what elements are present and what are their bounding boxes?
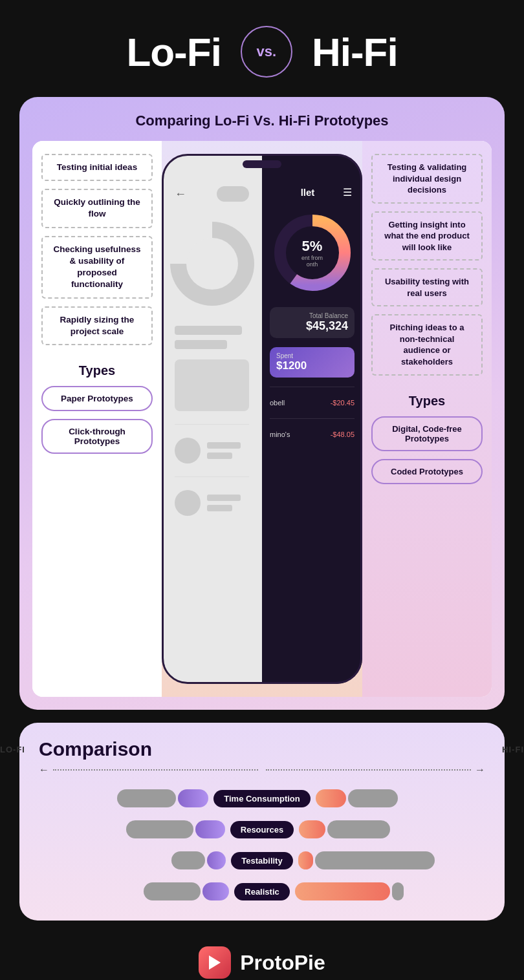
lofi-nav: ← — [168, 186, 256, 202]
comp-bar-right-orange-2 — [298, 851, 313, 869]
lofi-card-1 — [175, 359, 249, 411]
main-card: Comparing Lo-Fi Vs. Hi-Fi Prototypes Tes… — [19, 97, 505, 710]
header: Lo-Fi vs. Hi-Fi — [0, 0, 524, 97]
comp-arrows-row: ← → — [39, 764, 485, 776]
lofi-list-item-2 — [168, 490, 256, 516]
comp-bar-right-gray-1 — [327, 820, 391, 838]
lofi-line-4 — [207, 505, 232, 511]
hifi-txn-2: mino's -$48.05 — [270, 428, 355, 441]
hifi-txn-divider-1 — [270, 387, 355, 387]
comp-bar-left-2 — [39, 851, 231, 869]
comparison-title: Comparison — [39, 738, 152, 760]
comp-bar-label-1: Resources — [230, 821, 294, 838]
right-types-label: Types — [371, 394, 483, 409]
comp-bar-left-1 — [39, 820, 230, 838]
lofi-bar-1 — [175, 326, 242, 335]
comp-bar-left-gray-3 — [144, 882, 201, 900]
right-use-4: Pitching ideas to a non-technical audien… — [371, 314, 483, 375]
lofi-text-1 — [207, 442, 249, 459]
comp-bar-left-purple-1 — [195, 820, 225, 838]
hifi-txn-1-name: obell — [270, 399, 285, 407]
comp-bar-left-gray-1 — [126, 820, 193, 838]
center-phone-area: ← — [162, 141, 362, 697]
comp-bar-label-2: Testability — [231, 852, 292, 869]
phone-mockup: ← — [162, 154, 362, 684]
comp-bar-left-purple-0 — [178, 789, 209, 807]
hifi-sub-text: ent fromonth — [301, 255, 323, 268]
comp-bar-right-0 — [311, 789, 485, 807]
lofi-donut-inner — [186, 238, 238, 290]
comp-bar-row-2: Testability — [39, 849, 485, 871]
hifi-nav: llet ☰ — [270, 186, 355, 198]
lofi-donut-area — [168, 212, 256, 315]
comp-bar-left-purple-3 — [202, 882, 229, 900]
phone-lofi-half: ← — [162, 154, 262, 684]
lofi-avatar-2 — [175, 490, 201, 516]
lofi-divider-1 — [175, 424, 249, 425]
arrow-left-icon: ← — [39, 764, 49, 776]
comp-bar-right-1 — [294, 820, 485, 838]
comp-bar-left-gray-0 — [117, 789, 175, 807]
hifi-donut-area: 5% ent fromonth — [270, 208, 355, 298]
footer-logo — [199, 946, 231, 979]
left-type-1: Paper Prototypes — [41, 386, 153, 411]
comp-lofi-label: LO-FI — [0, 745, 25, 754]
phone-hifi-half: llet ☰ — [262, 154, 362, 684]
hifi-txn-1: obell -$20.45 — [270, 396, 355, 409]
lofi-toggle — [217, 186, 249, 202]
comp-bar-left-purple-2 — [207, 851, 226, 869]
footer-brand-name: ProtoPie — [240, 951, 325, 975]
comp-hifi-label: HI-FI — [502, 745, 524, 754]
comparison-bars: Time ConsumptionResourcesTestabilityReal… — [39, 787, 485, 902]
hifi-txn-2-amount: -$48.05 — [331, 431, 355, 438]
left-column: Testing initial ideas Quickly outlining … — [32, 141, 162, 697]
dotted-line-left — [53, 769, 258, 771]
comp-bar-right-gray-0 — [348, 789, 397, 807]
hifi-spent-card: Spent $1200 — [270, 347, 355, 378]
lofi-line-3 — [207, 495, 241, 501]
comp-bar-label-0: Time Consumption — [213, 790, 310, 807]
hifi-percent: 5% — [301, 238, 323, 255]
lofi-bars — [168, 326, 256, 349]
left-use-1: Testing initial ideas — [41, 154, 153, 181]
comp-bar-right-3 — [290, 882, 485, 900]
right-use-1: Testing & validating individual design d… — [371, 154, 483, 204]
hifi-balance-amount: $45,324 — [276, 319, 348, 333]
right-type-1: Digital, Code-free Prototypes — [371, 416, 483, 451]
right-use-2: Getting insight into what the end produc… — [371, 211, 483, 261]
hifi-spent-amount: $1200 — [276, 359, 348, 372]
hifi-balance-card: Total Balance $45,324 — [270, 307, 355, 338]
lofi-back-icon: ← — [175, 187, 186, 201]
right-use-3: Usability testing with real users — [371, 268, 483, 306]
comp-bar-row-1: Resources — [39, 818, 485, 840]
hifi-nav-title: llet — [301, 187, 315, 198]
comp-bar-right-gray-2 — [315, 851, 435, 869]
comp-bar-right-orange-1 — [299, 820, 325, 838]
left-type-2: Click-through Prototypes — [41, 419, 153, 454]
comp-bar-left-3 — [39, 882, 234, 900]
hifi-spent-label: Spent — [276, 352, 348, 359]
comp-bar-row-3: Realistic — [39, 880, 485, 902]
comp-bar-right-2 — [293, 851, 485, 869]
comp-bar-right-gray-3 — [392, 882, 404, 900]
hifi-txn-1-amount: -$20.45 — [331, 399, 355, 407]
content-area: Testing initial ideas Quickly outlining … — [32, 141, 492, 697]
hifi-title: Hi-Fi — [312, 29, 398, 75]
left-use-2: Quickly outlining the flow — [41, 189, 153, 228]
phone-notch — [243, 160, 281, 168]
right-column: Testing & validating individual design d… — [362, 141, 492, 697]
hifi-balance-label: Total Balance — [276, 312, 348, 319]
comp-bar-label-3: Realistic — [234, 883, 289, 900]
svg-marker-2 — [209, 955, 221, 970]
lofi-title: Lo-Fi — [126, 29, 221, 75]
comp-bar-left-gray-2 — [171, 851, 205, 869]
comp-bar-left-0 — [39, 789, 213, 807]
protopie-logo-icon — [205, 953, 224, 972]
footer: ProtoPie — [199, 933, 325, 980]
lofi-bar-2 — [175, 340, 227, 349]
lofi-avatar-1 — [175, 438, 201, 463]
right-type-2: Coded Prototypes — [371, 459, 483, 484]
lofi-divider-2 — [175, 476, 249, 477]
vs-badge: vs. — [241, 26, 292, 78]
comp-bar-right-orange-3 — [295, 882, 390, 900]
